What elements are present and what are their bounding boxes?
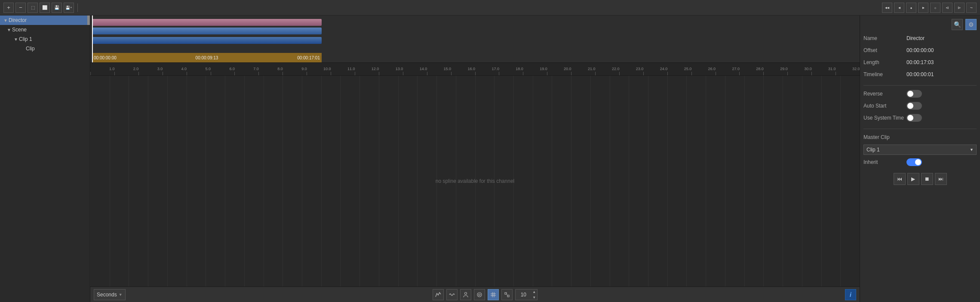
transport-first-btn[interactable]: ⏮: [894, 173, 906, 185]
svg-rect-8: [507, 295, 509, 297]
key-prev-button[interactable]: ⊲: [942, 3, 952, 13]
spline-grid-line-7: [225, 76, 225, 287]
ruler-mark-22: 22.0: [619, 72, 620, 75]
spline-area: no spline available for this channel: [90, 76, 860, 287]
spline-grid-line-0: [90, 76, 91, 287]
transport-play-btn[interactable]: ▶: [907, 173, 919, 185]
restore-button[interactable]: ⬚: [28, 3, 38, 13]
reverse-knob: [907, 91, 913, 97]
tree-item-director[interactable]: ▼ Director: [0, 15, 90, 25]
stepper-up[interactable]: ▲: [531, 289, 537, 295]
clip-bar-dark[interactable]: [92, 37, 322, 44]
name-value: Director: [906, 35, 977, 41]
units-chevron: ▼: [119, 293, 123, 297]
prop-auto-start-row: Auto Start: [863, 101, 977, 111]
ruler-mark-29: 29.0: [787, 72, 788, 75]
ts-end: 00:00:17:01: [297, 55, 320, 60]
grid-btn[interactable]: [488, 289, 499, 300]
bottom-bar-left: Seconds ▼: [94, 289, 126, 300]
curve-button[interactable]: ~: [966, 3, 977, 13]
person-btn[interactable]: [460, 289, 471, 300]
ruler-mark-10: 10.0: [331, 72, 331, 75]
ruler-mark-12: 12.0: [379, 72, 379, 75]
save-as-button[interactable]: 💾+: [64, 3, 74, 13]
key-next-button[interactable]: ⊳: [954, 3, 965, 13]
spline-grid-line-29: [648, 76, 648, 287]
auto-start-knob: [907, 103, 913, 109]
spline-grid-line-3: [148, 76, 148, 287]
spline-grid-line-22: [513, 76, 514, 287]
separator-1: [77, 3, 78, 12]
spline-grid-line-13: [340, 76, 341, 287]
timecode-bar: 00:00:00:00 00:00:09:13 00:00:17:01: [92, 53, 322, 62]
settings-button[interactable]: ⚙: [965, 19, 977, 30]
snap-btn[interactable]: [501, 289, 513, 300]
spline-grid-line-28: [629, 76, 629, 287]
ruler-mark-23: 23.0: [643, 72, 644, 75]
ruler-mark-20: 20.0: [571, 72, 571, 75]
transport-last-btn[interactable]: ⏭: [935, 173, 947, 185]
offset-value: 00:00:00:00: [906, 47, 977, 53]
ruler-mark-8: 8.0: [283, 72, 283, 75]
auto-start-label: Auto Start: [863, 103, 906, 109]
svg-point-1: [477, 293, 482, 297]
spline-grid-line-9: [264, 76, 264, 287]
prop-master-clip-row: Master Clip: [863, 133, 977, 142]
snap-icon: [504, 292, 510, 298]
grid-number-field[interactable]: 10: [516, 292, 531, 298]
length-value: 00:00:17:03: [906, 59, 977, 65]
ruler: 0.01.02.03.04.05.06.07.08.09.010.011.012…: [90, 63, 860, 76]
units-select[interactable]: Seconds ▼: [94, 289, 126, 300]
remove-button[interactable]: −: [15, 3, 26, 13]
prev-button[interactable]: ◂: [894, 3, 904, 13]
bottom-bar: Seconds ▼: [90, 287, 860, 302]
ruler-mark-0: 0.0: [90, 72, 91, 75]
spline-grid-line-38: [821, 76, 822, 287]
system-time-toggle[interactable]: [906, 114, 922, 122]
tree-item-clip1[interactable]: ▼ Clip 1: [0, 34, 90, 44]
wave-btn[interactable]: [446, 289, 458, 300]
transport-stop-btn[interactable]: ⏹: [921, 173, 933, 185]
prop-reverse-row: Reverse: [863, 89, 977, 99]
add-button[interactable]: +: [3, 3, 14, 13]
maximize-button[interactable]: ⬜: [40, 3, 50, 13]
grid-value-input[interactable]: 10 ▲ ▼: [515, 289, 538, 300]
ruler-mark-30: 30.0: [811, 72, 812, 75]
inherit-toggle[interactable]: [906, 158, 922, 166]
spline-grid-line-39: [840, 76, 841, 287]
length-label: Length: [863, 59, 906, 65]
spline-grid-line-12: [321, 76, 322, 287]
info-button[interactable]: i: [845, 289, 856, 300]
rewind-button[interactable]: ◂◂: [882, 3, 892, 13]
target-btn[interactable]: [474, 289, 485, 300]
spline-grid-line-26: [590, 76, 591, 287]
next-button[interactable]: ▸: [918, 3, 928, 13]
spline-grid-line-14: [359, 76, 360, 287]
stepper-down[interactable]: ▼: [531, 295, 537, 300]
curve-edit-btn[interactable]: [433, 289, 444, 300]
clip-bar-blue[interactable]: [92, 28, 322, 34]
ts-mid: 00:00:09:13: [196, 55, 218, 60]
spline-grid-line-18: [436, 76, 437, 287]
auto-start-toggle[interactable]: [906, 102, 922, 110]
clip-bar-pink[interactable]: [92, 19, 322, 26]
tree-label-clip1: Clip 1: [19, 36, 90, 42]
prop-offset-row: Offset 00:00:00:00: [863, 46, 977, 55]
spline-grid-line-4: [167, 76, 168, 287]
top-toolbar: + − ⬚ ⬜ 💾 💾+ ◂◂ ◂ ⬥ ▸ ⬦ ⊲ ⊳ ~: [0, 0, 980, 15]
master-clip-select[interactable]: Clip 1 ▼: [863, 145, 977, 155]
tree-item-clip[interactable]: ▶ Clip: [0, 44, 90, 53]
tree-item-scene[interactable]: ▼ Scene: [0, 25, 90, 34]
spline-grid-line-33: [725, 76, 725, 287]
save-button[interactable]: 💾: [52, 3, 62, 13]
arrow-scene: ▼: [7, 28, 12, 32]
key-add-button[interactable]: ⬦: [930, 3, 940, 13]
spline-grid-line-10: [283, 76, 283, 287]
search-button[interactable]: 🔍: [952, 19, 963, 30]
filter-button[interactable]: ⬥: [906, 3, 916, 13]
ruler-mark-13: 13.0: [403, 72, 403, 75]
grid-stepper[interactable]: ▲ ▼: [531, 289, 537, 300]
divider-1: [863, 85, 977, 86]
bottom-bar-center: 10 ▲ ▼: [128, 289, 842, 300]
reverse-toggle[interactable]: [906, 90, 922, 98]
